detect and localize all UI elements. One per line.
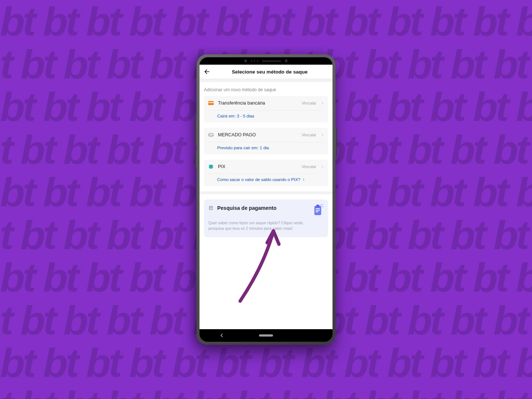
svg-point-2	[208, 133, 214, 137]
svg-rect-18	[309, 334, 312, 337]
front-camera-icon	[244, 59, 247, 62]
svg-rect-14	[316, 211, 318, 212]
phone-volume-button	[195, 115, 197, 146]
survey-body: Quer saber como fazer um saque rápido? C…	[208, 220, 314, 231]
proximity-sensor-icon	[251, 60, 258, 62]
method-name: Transferência bancária	[218, 100, 298, 106]
android-navbar	[200, 329, 332, 342]
credit-card-icon	[208, 100, 214, 106]
phone-bezel: Selecione seu método de saque Adicionar …	[200, 57, 332, 342]
app-screen: Selecione seu método de saque Adicionar …	[200, 65, 332, 329]
chevron-right-icon	[321, 133, 324, 137]
method-bank-transfer[interactable]: Transferência bancária Vincular Cairá em…	[204, 96, 328, 123]
handshake-icon	[208, 132, 214, 138]
method-help-text: Como sacar o valor de saldo usando o PIX…	[217, 177, 300, 182]
method-action-label: Vincular	[301, 133, 316, 137]
front-camera-icon	[285, 59, 288, 62]
survey-title: Pesquisa de pagamento	[217, 205, 309, 211]
method-eta: Cairá em: 3 - 5 dias	[204, 110, 328, 123]
app-bar: Selecione seu método de saque	[200, 65, 332, 79]
phone-bixby-button	[195, 150, 197, 168]
home-pill-icon	[259, 334, 273, 337]
section-title: Adicionar um novo método de saque	[204, 87, 328, 92]
chevron-right-icon	[321, 165, 324, 168]
svg-rect-12	[316, 208, 320, 209]
method-name: MERCADO PAGO	[218, 132, 298, 137]
nav-recent-button[interactable]	[303, 332, 317, 338]
content-area: Adicionar um novo método de saque Transf…	[200, 82, 332, 241]
pix-icon	[208, 163, 214, 170]
phone-mockup: Selecione seu método de saque Adicionar …	[197, 54, 335, 345]
method-action-label: Vincular	[301, 164, 316, 169]
note-icon	[208, 205, 214, 211]
svg-rect-1	[208, 102, 214, 103]
section-spacer	[200, 79, 332, 82]
earpiece-icon	[262, 60, 281, 62]
method-name: PIX	[218, 164, 298, 169]
svg-rect-7	[209, 206, 212, 209]
section-divider	[200, 191, 332, 194]
svg-rect-11	[316, 205, 319, 207]
svg-line-15	[321, 204, 323, 205]
phone-power-button	[335, 128, 337, 157]
svg-rect-13	[316, 210, 320, 211]
clipboard-icon	[313, 204, 324, 216]
nav-home-button[interactable]	[259, 334, 273, 337]
stage: bt bt bt bt bt bt bt bt bt bt bt bt bt b…	[0, 0, 532, 399]
method-mercado-pago[interactable]: MERCADO PAGO Vincular Previsto para cair…	[204, 128, 328, 154]
svg-line-16	[322, 207, 323, 207]
method-eta: Previsto para cair em: 1 dia	[204, 142, 328, 154]
phone-sensor-bar	[200, 57, 332, 65]
method-pix[interactable]: PIX Vincular Como sacar o valor de saldo…	[204, 160, 328, 186]
payment-survey-card[interactable]: Pesquisa de pagamento Quer saber como fa…	[204, 200, 328, 237]
nav-back-button[interactable]	[215, 332, 229, 338]
method-action-label: Vincular	[301, 101, 316, 105]
chevron-right-icon	[302, 178, 306, 181]
chevron-right-icon	[321, 101, 324, 105]
page-title: Selecione seu método de saque	[207, 69, 332, 75]
method-help-link[interactable]: Como sacar o valor de saldo usando o PIX…	[204, 174, 328, 186]
